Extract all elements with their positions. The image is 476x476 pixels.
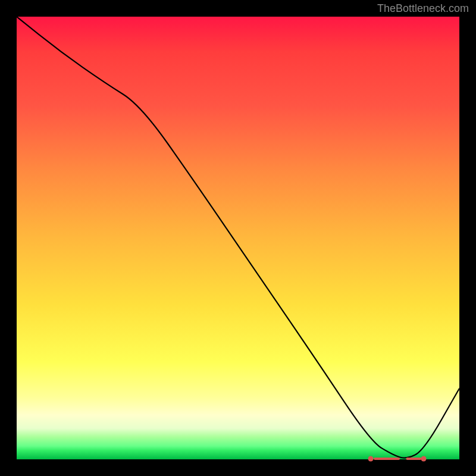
optimal-range-markers: [17, 17, 459, 459]
optimal-range-endpoint: [368, 456, 374, 461]
optimal-range-dash: [374, 458, 400, 460]
optimal-range-dash: [406, 458, 421, 460]
watermark-text: TheBottleneck.com: [377, 2, 469, 15]
optimal-range-endpoint: [421, 456, 427, 461]
chart-plot-area: [17, 17, 459, 459]
